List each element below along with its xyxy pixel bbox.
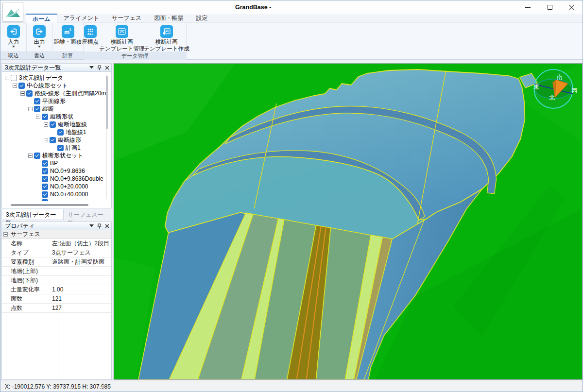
tab-surface[interactable]: サーフェス [105,14,148,22]
tree-item[interactable]: 地盤線1 [2,128,111,136]
collapse-icon[interactable] [28,107,33,111]
tree-item[interactable]: 3次元設計データ [2,74,111,82]
property-label: タイプ [2,249,49,257]
property-group-row[interactable]: サーフェス [2,230,111,239]
tree-item[interactable]: NO.0+20.0000 [2,183,111,190]
tab-drawing-report[interactable]: 図面・帳票 [148,14,189,22]
tree-item-checkbox[interactable] [34,153,40,159]
tab-design-data-list[interactable]: 3次元設計データ一覧 [1,209,64,220]
collapse-icon[interactable] [28,153,33,158]
tree-item-checkbox[interactable] [42,184,48,190]
tree-item[interactable]: 計画1 [2,144,111,152]
dropdown-caret-icon [38,46,41,48]
tree-item-checkbox[interactable] [57,145,64,151]
tree-item-checkbox[interactable] [42,160,48,167]
collapse-icon[interactable] [36,115,40,119]
input-button[interactable]: 入力 [2,24,24,48]
tree-item[interactable]: NO.0+40.0000 [2,190,111,198]
property-row[interactable]: 土量変化率1.00 [2,285,111,294]
property-row[interactable]: 点数127 [2,304,111,313]
tree-item[interactable]: NO.0+9.8636Double [2,175,111,183]
tree-item-label: NO.0+40.0000 [50,191,88,198]
tree-item[interactable]: NO.0+9.8636 [2,167,111,175]
distance-area-button[interactable]: m 2 距離・面積 [54,24,82,45]
collapse-icon[interactable] [44,138,48,142]
tree-item-label: 路線-線形（主測点間隔20m [34,89,106,98]
collapse-icon[interactable] [5,76,9,80]
tree-item-checkbox[interactable] [57,129,64,136]
tree-item-checkbox[interactable] [42,168,48,174]
minimize-button[interactable] [517,0,539,14]
tree-item[interactable]: 縦断 [2,105,111,113]
horizontal-scrollbar[interactable] [11,204,88,206]
tree-item[interactable]: 縦断地盤線 [2,120,111,128]
viewport-3d[interactable]: 南 西 北 東 [113,63,583,380]
tree-item[interactable]: 路線-線形（主測点間隔20m [2,89,111,97]
app-menu-button[interactable] [2,2,23,22]
tree-item[interactable]: 中心線形セット [2,82,111,89]
coordinate-points-button[interactable]: ALL 座標点 [82,24,99,45]
tree-item-label: 地盤線1 [66,128,86,136]
output-button[interactable]: 出力 [29,24,50,48]
dock-tab-bar: 3次元設計データ一覧 サーフェス一覧 [1,208,112,220]
window-title: GrandBase - [235,4,271,11]
tab-settings[interactable]: 設定 [189,14,214,22]
tree-item-label: 縦断地盤線 [58,120,87,129]
svg-text:2: 2 [69,28,71,31]
vertical-scrollbar[interactable] [106,76,108,129]
property-row[interactable]: 面数121 [2,294,111,304]
chevron-down-icon[interactable] [89,66,94,69]
tree-item-checkbox[interactable] [26,90,33,97]
property-row[interactable]: 名称左:法面（切土）2段目 [2,239,111,248]
ribbon-group-export: 出力 書込 [27,23,52,59]
property-row[interactable]: 要素種別道路面・計画堤防面 [2,257,111,267]
tree-item[interactable]: 縦断線形 [2,136,111,144]
cross-section-template-manage-button[interactable]: 横断計画 テンプレート管理 [101,24,143,51]
tree-item-checkbox[interactable] [42,199,48,202]
property-row[interactable]: タイプ3点サーフェス [2,248,111,257]
tab-surface-list[interactable]: サーフェス一覧 [64,209,112,220]
properties-panel-title: プロパティ [5,222,89,230]
tree-item-checkbox[interactable] [42,114,48,120]
tree-item-checkbox[interactable] [34,98,40,104]
close-icon[interactable] [105,224,109,228]
ribbon: 入力 取込 出力 [0,23,583,60]
property-label: 点数 [2,304,49,312]
close-icon [569,4,575,10]
tree-item[interactable]: BP [2,159,111,167]
tree-item[interactable] [2,198,111,201]
tree-item-checkbox[interactable] [42,191,48,198]
tree-item[interactable]: 平面線形 [2,97,111,105]
maximize-button[interactable] [539,0,561,14]
collapse-icon[interactable] [44,122,48,127]
collapse-icon[interactable] [3,232,8,237]
tree-item[interactable]: 縦断形状 [2,113,111,120]
close-icon[interactable] [105,66,109,70]
property-row[interactable]: 地層(上部) [2,267,111,276]
collapse-icon[interactable] [13,84,17,88]
tree-item[interactable]: 横断形状セット [2,152,111,159]
group-label-export: 書込 [27,51,52,59]
coordinate-points-icon: ALL [84,25,97,38]
tree-item-checkbox[interactable] [11,75,17,81]
collapse-icon[interactable] [20,91,25,96]
tree-item-checkbox[interactable] [34,106,40,112]
tree-item-checkbox[interactable] [18,83,25,89]
property-label: 名称 [2,239,49,248]
chevron-down-icon[interactable] [89,224,94,227]
cross-section-template-create-button[interactable]: 横断計画 テンプレート作成 [145,24,188,51]
grid-column-divider[interactable] [58,239,58,379]
close-button[interactable] [561,0,583,14]
tree-item-checkbox[interactable] [50,137,56,143]
tree-item-label: NO.0+9.8636 [50,168,85,174]
property-group-label: サーフェス [11,230,40,239]
tab-home[interactable]: ホーム [26,14,57,23]
export-icon [33,25,46,38]
tab-alignment[interactable]: アライメント [57,14,106,22]
property-row[interactable]: 地層(下部) [2,276,111,285]
pin-icon[interactable] [97,65,102,70]
left-dock: 3次元設計データ一覧 3次元設計データ中心線形セット路線-線形（主測点間隔20m… [0,60,113,380]
tree-item-checkbox[interactable] [50,121,56,128]
tree-item-checkbox[interactable] [42,176,48,182]
pin-icon[interactable] [97,223,102,229]
